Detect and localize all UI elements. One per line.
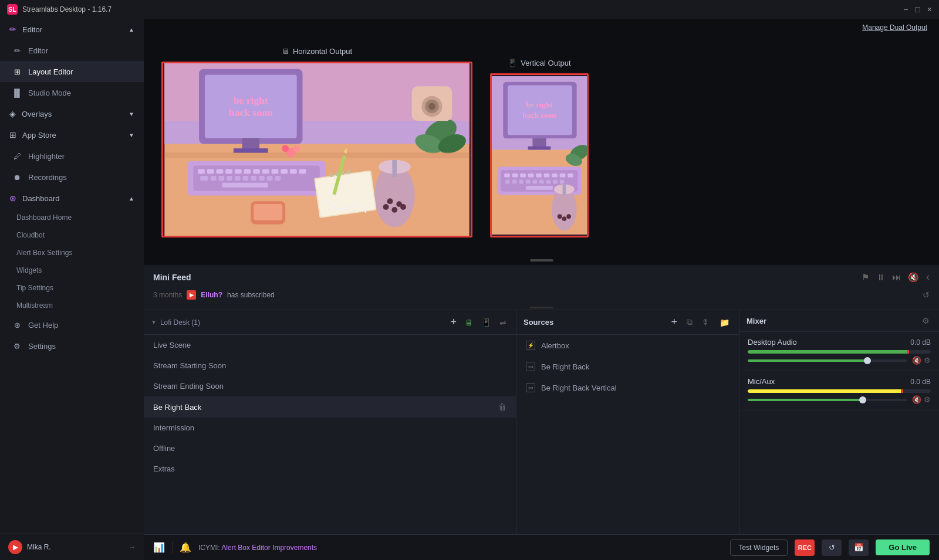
mixer-settings-btn[interactable]: ⚙: [920, 315, 932, 327]
mixer-track-mic-header: Mic/Aux 0.0 dB: [748, 377, 931, 386]
notification-link[interactable]: Alert Box Editor Improvements: [221, 544, 317, 552]
mini-feed-pause-icon[interactable]: ⏸: [876, 272, 885, 282]
user-arrow-icon[interactable]: →: [129, 543, 136, 551]
sidebar-item-settings[interactable]: ⚙ Settings: [0, 335, 144, 357]
sources-mic-icon[interactable]: 🎙: [700, 317, 712, 328]
svg-rect-57: [164, 152, 469, 158]
scene-delete-icon[interactable]: 🗑: [498, 402, 506, 412]
scene-list-item-be-right-back[interactable]: Be Right Back 🗑: [144, 396, 516, 418]
sidebar-item-layout-editor[interactable]: ⊞ Layout Editor: [0, 61, 144, 82]
sources-panel-title: Sources: [523, 318, 664, 327]
desktop-audio-name: Desktop Audio: [748, 338, 797, 347]
schedule-button[interactable]: 📅: [849, 539, 869, 556]
test-widgets-button[interactable]: Test Widgets: [730, 539, 788, 556]
svg-rect-24: [211, 176, 217, 181]
sidebar-section-appstore[interactable]: ⊞ App Store ▼: [0, 124, 144, 145]
source-item-alertbox[interactable]: ⚡ Alertbox: [516, 335, 739, 356]
svg-rect-78: [544, 173, 550, 177]
sidebar-item-get-help[interactable]: ⊛ Get Help: [0, 314, 144, 335]
vertical-preview[interactable]: be right back soon: [490, 73, 589, 237]
mic-aux-mute-btn[interactable]: 🔇: [912, 395, 921, 404]
svg-point-38: [391, 207, 397, 213]
horizontal-preview-svg: be right back soon: [163, 63, 471, 236]
scene-list-item-stream-starting[interactable]: Stream Starting Soon: [144, 355, 516, 376]
scene-list-item-extras[interactable]: Extras: [144, 459, 516, 479]
svg-rect-46: [315, 171, 375, 216]
app-title: Streamlabs Desktop - 1.16.7: [22, 5, 112, 13]
sources-add-btn[interactable]: +: [668, 315, 680, 330]
svg-rect-74: [512, 173, 518, 177]
mini-feed-volume-icon[interactable]: 🔇: [908, 272, 919, 283]
source-item-be-right-back[interactable]: ▭ Be Right Back: [516, 356, 739, 377]
scene-list-item-offline[interactable]: Offline: [144, 438, 516, 459]
mini-feed-filter-icon[interactable]: ⚑: [862, 272, 869, 283]
panels-row: ▼ Lofi Desk (1) + 🖥 📱 ⇌ Live Scene: [144, 310, 939, 534]
mini-feed-divider: [530, 307, 553, 308]
mini-feed-refresh-icon[interactable]: ↺: [923, 290, 930, 300]
mini-feed-skip-icon[interactable]: ⏭: [892, 272, 901, 282]
bell-icon[interactable]: 🔔: [180, 542, 191, 553]
desktop-audio-slider-thumb[interactable]: [864, 357, 871, 364]
chart-icon[interactable]: 📊: [153, 542, 165, 553]
scene-add-btn[interactable]: +: [448, 315, 459, 330]
scene-list-item-live-scene[interactable]: Live Scene: [144, 335, 516, 355]
sidebar-section-dashboard[interactable]: ⊛ Dashboard ▲: [0, 188, 144, 209]
overlays-icon: ◈: [9, 109, 16, 118]
desktop-audio-mute-btn[interactable]: 🔇: [912, 356, 921, 365]
sidebar-item-editor[interactable]: ✏ Editor: [0, 40, 144, 61]
desktop-audio-slider[interactable]: [748, 359, 907, 362]
svg-rect-28: [243, 176, 249, 181]
mic-aux-slider[interactable]: [748, 399, 907, 401]
source-item-be-right-back-vertical[interactable]: ▭ Be Right Back Vertical: [516, 377, 739, 398]
scene-dropdown-arrow[interactable]: ▼: [151, 319, 157, 325]
desktop-audio-db: 0.0 dB: [910, 338, 931, 347]
scene-monitor-icon[interactable]: 🖥: [462, 317, 475, 328]
alertbox-source-icon: ⚡: [526, 341, 535, 350]
replay-button[interactable]: ↺: [822, 539, 842, 556]
scene-list-item-intermission[interactable]: Intermission: [144, 418, 516, 438]
mini-feed-user: Elluh?: [201, 291, 222, 299]
sidebar-item-widgets[interactable]: Widgets: [0, 262, 144, 279]
mini-feed-collapse-icon[interactable]: ‹: [926, 271, 930, 283]
svg-rect-17: [253, 169, 260, 174]
horizontal-output-icon: 🖥: [282, 47, 289, 56]
offline-label: Offline: [153, 444, 175, 453]
go-live-button[interactable]: Go Live: [876, 539, 930, 555]
mic-aux-bar1-fill: [748, 389, 903, 393]
sidebar-user[interactable]: ▶ Mika R. →: [0, 534, 144, 560]
sources-monitor-icon[interactable]: ⧉: [684, 316, 695, 328]
maximize-button[interactable]: □: [915, 5, 920, 14]
minimize-button[interactable]: −: [903, 5, 908, 14]
close-button[interactable]: ×: [927, 5, 932, 14]
sidebar-item-alert-box-settings[interactable]: Alert Box Settings: [0, 244, 144, 262]
horizontal-preview[interactable]: be right back soon: [161, 62, 472, 237]
sidebar-item-recordings[interactable]: ⏺ Recordings: [0, 167, 144, 188]
vertical-preview-svg: be right back soon: [492, 75, 587, 236]
sidebar-item-multistream[interactable]: Multistream: [0, 297, 144, 314]
scene-transition-icon[interactable]: ⇌: [497, 317, 509, 328]
dashboard-chevron: ▲: [129, 195, 134, 202]
svg-rect-33: [222, 182, 268, 187]
sources-folder-icon[interactable]: 📁: [717, 317, 732, 328]
mic-aux-settings-btn[interactable]: ⚙: [924, 395, 931, 404]
sidebar-item-cloudbot[interactable]: Cloudbot: [0, 226, 144, 244]
sidebar-item-highlighter[interactable]: 🖊 Highlighter: [0, 145, 144, 167]
mic-aux-slider-thumb[interactable]: [859, 396, 866, 403]
desktop-audio-settings-btn[interactable]: ⚙: [924, 356, 931, 365]
live-scene-label: Live Scene: [153, 341, 191, 349]
sidebar-section-editor[interactable]: ✏ Editor ▲: [0, 19, 144, 40]
appstore-label: App Store: [22, 131, 56, 140]
sidebar-item-dashboard-home[interactable]: Dashboard Home: [0, 209, 144, 226]
preview-collapse-handle[interactable]: [530, 259, 553, 262]
scene-list-item-stream-ending[interactable]: Stream Ending Soon: [144, 376, 516, 396]
scene-mobile-icon[interactable]: 📱: [479, 317, 494, 328]
editor-section-chevron: ▲: [129, 26, 134, 33]
svg-rect-84: [519, 179, 523, 184]
sidebar-item-tip-settings[interactable]: Tip Settings: [0, 279, 144, 297]
manage-dual-output-link[interactable]: Manage Dual Output: [862, 23, 927, 32]
sidebar-item-studio-mode[interactable]: ▐▌ Studio Mode: [0, 82, 144, 103]
mic-aux-slider-row: 🔇 ⚙: [748, 395, 931, 404]
rec-button[interactable]: REC: [795, 539, 815, 556]
sidebar-section-overlays[interactable]: ◈ Overlays ▼: [0, 103, 144, 124]
svg-point-52: [347, 170, 350, 174]
